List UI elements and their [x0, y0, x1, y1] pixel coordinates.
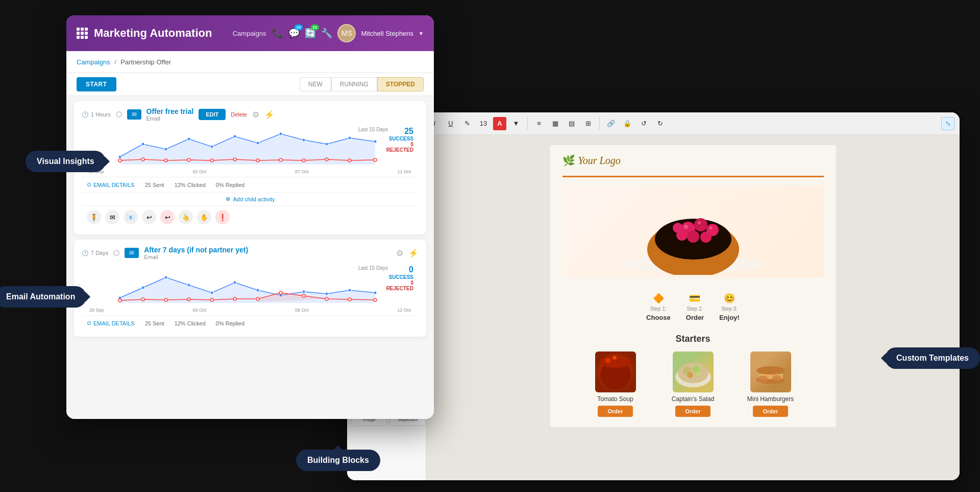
expand-btn[interactable]: ⤡ [941, 117, 954, 130]
action-alert-icon[interactable]: ❗ [215, 210, 230, 224]
chart-date-6: 03 Oct [193, 308, 207, 313]
svg-point-13 [118, 159, 121, 162]
svg-point-27 [141, 286, 144, 289]
undo-btn[interactable]: ↺ [637, 117, 650, 130]
step-1-label: Choose [646, 314, 671, 321]
success-label-1: SUCCESS [386, 136, 413, 142]
breadcrumb: Campaigns / Partnership Offer [66, 51, 434, 73]
step-3: 😊 Step 3: Enjoy! [719, 293, 740, 321]
refresh-badge-container[interactable]: 🔄 21 [305, 28, 316, 39]
action-reply-icon[interactable]: ↩ [142, 210, 156, 224]
filter-icon-1[interactable]: ⚡ [264, 110, 275, 120]
editor-body: ▲ Headers Left Logo [347, 135, 960, 480]
chart-2-period: Last 15 Days [358, 265, 388, 271]
filter-icon-2[interactable]: ⚡ [408, 248, 419, 258]
tart-svg [617, 188, 770, 275]
svg-point-21 [302, 159, 305, 162]
align-center-btn[interactable]: ▦ [549, 117, 562, 130]
campaign-1-delete-btn[interactable]: Delete [231, 111, 247, 118]
email-details-icon-1: ⊙ [87, 181, 91, 188]
user-name: Mitchell Stephens [361, 30, 413, 37]
action-person-icon[interactable]: 🧍 [87, 210, 101, 224]
start-button[interactable]: START [77, 77, 116, 91]
action-noreply-icon[interactable]: ↩ [160, 210, 175, 224]
svg-point-14 [141, 158, 144, 161]
tab-new[interactable]: NEW [300, 77, 331, 91]
chat-badge: 10 [295, 25, 303, 30]
email-details-link-1[interactable]: ⊙ EMAIL DETAILS [87, 181, 135, 188]
nav-campaigns[interactable]: Campaigns [233, 30, 266, 37]
chart-date-4: 11 Oct [397, 169, 411, 174]
align-left-btn[interactable]: ≡ [532, 117, 546, 130]
hamburgers-order-btn[interactable]: Order [753, 406, 789, 417]
settings-icon-1[interactable]: ⚙ [252, 110, 259, 120]
font-size-btn[interactable]: 13 [477, 117, 490, 130]
action-hand2-icon[interactable]: ✋ [197, 210, 211, 224]
svg-point-35 [325, 292, 328, 295]
svg-point-113 [678, 363, 708, 383]
color-btn[interactable]: A [493, 117, 506, 130]
step-2-icon: 💳 [687, 293, 703, 304]
tomato-soup-name: Tomato Soup [597, 395, 633, 403]
svg-point-110 [605, 358, 610, 363]
svg-point-15 [164, 159, 167, 162]
step-3-icon: 😊 [721, 293, 738, 304]
breadcrumb-separator: / [114, 58, 116, 66]
underline-btn[interactable]: U [444, 117, 457, 130]
svg-point-107 [709, 226, 713, 229]
campaign-1-edit-btn[interactable]: EDIT [199, 109, 226, 120]
add-child-btn[interactable]: ⊕ Add child activity [82, 192, 419, 205]
strikethrough-btn[interactable]: ✎ [460, 117, 474, 130]
tab-stopped[interactable]: STOPPED [377, 77, 424, 91]
user-dropdown-icon[interactable]: ▼ [419, 31, 424, 36]
link-btn[interactable]: 🔗 [604, 117, 618, 130]
hamburgers-name: Mini Hamburgers [747, 395, 794, 403]
food-card-hamburgers: Mini Hamburgers Order [735, 352, 806, 417]
campaign-2-type: Email [144, 254, 248, 260]
action-email-icon[interactable]: 📧 [124, 210, 138, 224]
tools-icon[interactable]: 🔧 [321, 28, 332, 39]
salad-order-btn[interactable]: Order [675, 406, 711, 417]
campaign-1: 🕐 1 Hours ✉ Offer free trial Email EDIT … [74, 101, 426, 235]
salad-image [673, 352, 714, 392]
settings-icon-2[interactable]: ⚙ [396, 248, 403, 258]
phone-icon[interactable]: 📞 [272, 28, 283, 39]
food-cards: Tomato Soup Order [562, 352, 824, 417]
chat-badge-container[interactable]: 💬 10 [288, 28, 300, 39]
chart-svg-2 [87, 267, 413, 306]
svg-point-123 [772, 375, 781, 381]
svg-point-44 [233, 297, 236, 300]
campaign-2-chart: Last 15 Days 0 SUCCESS 0 REJECTED [82, 264, 419, 315]
breadcrumb-link[interactable]: Campaigns [77, 58, 110, 66]
rejected-num-1: 0 [386, 142, 413, 147]
campaign-2: 🕐 7 Days ✉ After 7 days (if not partner … [74, 240, 426, 337]
chart-svg-1 [87, 129, 413, 167]
svg-point-24 [374, 158, 377, 161]
tab-running[interactable]: RUNNING [331, 77, 377, 91]
starters-title: Starters [562, 334, 824, 344]
email-icon-2: ✉ [125, 248, 139, 258]
clicked-pct-2: 12% Clicked [175, 320, 206, 326]
action-envelope-icon[interactable]: ✉ [105, 210, 119, 224]
svg-point-3 [164, 148, 167, 151]
redo-btn[interactable]: ↻ [653, 117, 667, 130]
svg-point-11 [348, 136, 351, 139]
tomato-soup-order-btn[interactable]: Order [598, 406, 633, 417]
svg-point-4 [187, 137, 190, 140]
chart-date-5: 28 Sep [89, 308, 104, 313]
scene: Marketing Automation Campaigns 📞 💬 10 🔄 … [0, 0, 980, 492]
align-right-btn[interactable]: ▤ [565, 117, 578, 130]
dropdown-arrow[interactable]: ▼ [509, 117, 523, 130]
email-details-link-2[interactable]: ⊙ EMAIL DETAILS [87, 320, 135, 326]
main-food-image [562, 185, 824, 277]
lock-btn[interactable]: 🔒 [621, 117, 634, 130]
left-window: Marketing Automation Campaigns 📞 💬 10 🔄 … [66, 15, 434, 419]
action-hand-icon[interactable]: 👆 [179, 210, 193, 224]
salad-visual [673, 352, 714, 392]
indent-btn[interactable]: ⊞ [581, 117, 595, 130]
svg-point-18 [233, 158, 236, 161]
email-canvas: 🌿 Your Logo [426, 135, 960, 480]
svg-point-40 [141, 298, 144, 301]
chart-2-dates: 28 Sep 03 Oct 08 Oct 12 Oct [87, 308, 413, 313]
chart-date-8: 12 Oct [397, 308, 411, 313]
